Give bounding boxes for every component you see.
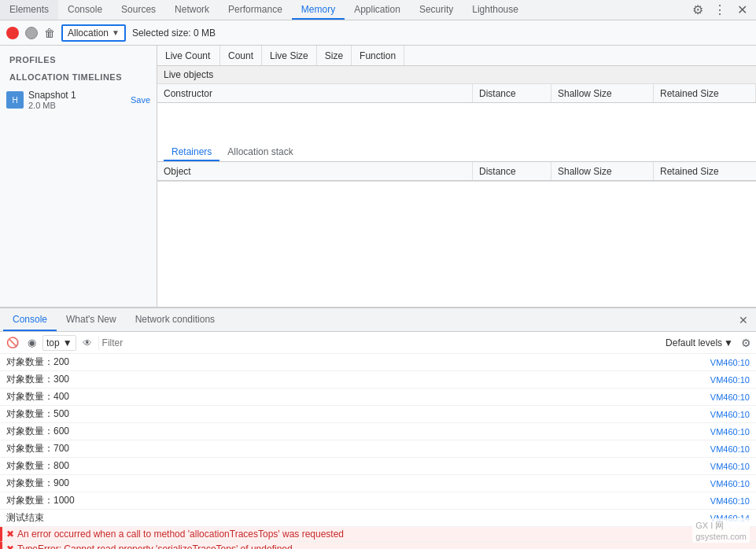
- console-line-source[interactable]: VM460:10: [710, 462, 750, 471]
- size-header: Size: [317, 46, 352, 65]
- levels-label: Default levels: [666, 337, 722, 348]
- live-count-bar: Live Count Count Live Size Size Function: [157, 46, 756, 66]
- devtools-icon-buttons: ⚙ ⋮ ✕: [684, 1, 756, 20]
- sidebar-section: ALLOCATION TIMELINES: [0, 68, 157, 87]
- console-line-text: 对象数量：700: [6, 442, 710, 455]
- lower-retained-column-header: Retained Size: [654, 162, 756, 180]
- upper-table-header: Constructor Distance Shallow Size Retain…: [157, 84, 756, 103]
- console-line: 对象数量：600 VM460:10: [0, 423, 756, 440]
- tab-memory[interactable]: Memory: [292, 0, 345, 20]
- clear-console-button[interactable]: 🚫: [5, 335, 20, 351]
- live-size-header: Live Size: [262, 46, 317, 65]
- snapshot-icon-letter: H: [12, 96, 17, 105]
- console-line: 对象数量：800 VM460:10: [0, 458, 756, 475]
- console-filter-input[interactable]: [98, 336, 658, 350]
- console-toolbar: 🚫 ◉ top ▼ 👁 Default levels ▼ ⚙: [0, 332, 756, 354]
- close-icon[interactable]: ✕: [732, 1, 751, 20]
- allocation-stack-tab[interactable]: Allocation stack: [219, 143, 301, 161]
- sub-tabs: Retainers Allocation stack: [157, 143, 756, 162]
- filter-toggle-button[interactable]: ◉: [24, 335, 39, 351]
- console-line-text: 对象数量：200: [6, 356, 710, 369]
- watermark-text: GX I 网: [695, 520, 747, 532]
- console-line: 对象数量：400 VM460:10: [0, 389, 756, 406]
- console-error-text-1: An error occurred when a call to method …: [17, 529, 750, 540]
- upper-table-body: [157, 103, 756, 143]
- function-header: Function: [352, 46, 404, 65]
- more-icon[interactable]: ⋮: [710, 1, 729, 20]
- console-line: 测试结束 VM460:14: [0, 510, 756, 527]
- snapshot-save-button[interactable]: Save: [131, 95, 150, 105]
- console-line-source[interactable]: VM460:10: [710, 479, 750, 488]
- retainers-tab[interactable]: Retainers: [164, 143, 219, 161]
- lower-table-body: [157, 181, 756, 307]
- distance-column-header: Distance: [473, 84, 551, 102]
- stop-button[interactable]: [25, 27, 38, 39]
- watermark: GX I 网 gsystem.com: [692, 518, 750, 543]
- console-settings-icon[interactable]: ⚙: [741, 337, 751, 349]
- eye-icon[interactable]: 👁: [79, 335, 95, 351]
- main-layout: Profiles ALLOCATION TIMELINES H Snapshot…: [0, 46, 756, 307]
- lower-distance-column-header: Distance: [473, 162, 551, 180]
- console-line-text: 对象数量：400: [6, 390, 710, 403]
- lower-table-header: Object Distance Shallow Size Retained Si…: [157, 162, 756, 181]
- console-error-line-1: ✖ An error occurred when a call to metho…: [0, 527, 756, 542]
- console-panel: Console What's New Network conditions ✕ …: [0, 307, 756, 549]
- tab-lighthouse[interactable]: Lighthouse: [463, 0, 528, 20]
- error-icon-2: ✖: [6, 543, 14, 549]
- console-line-source[interactable]: VM460:10: [710, 375, 750, 385]
- record-button[interactable]: [6, 27, 19, 39]
- shallow-size-column-header: Shallow Size: [551, 84, 654, 102]
- tab-network[interactable]: Network: [165, 0, 219, 20]
- tab-application[interactable]: Application: [345, 0, 410, 20]
- console-line-source[interactable]: VM460:10: [710, 427, 750, 437]
- clear-button[interactable]: 🗑: [44, 27, 55, 39]
- console-line: 对象数量：300 VM460:10: [0, 371, 756, 389]
- content-area: Live Count Count Live Size Size Function…: [157, 46, 756, 307]
- lower-shallow-column-header: Shallow Size: [551, 162, 654, 180]
- console-tab-network-conditions[interactable]: Network conditions: [126, 308, 224, 331]
- live-objects-label: Live objects: [157, 66, 756, 84]
- tab-console[interactable]: Console: [58, 0, 112, 20]
- console-line-text: 对象数量：600: [6, 425, 710, 438]
- console-line: 对象数量：1000 VM460:10: [0, 492, 756, 510]
- memory-toolbar: 🗑 Allocation ▼ Selected size: 0 MB: [0, 20, 756, 46]
- console-tabs-bar: Console What's New Network conditions ✕: [0, 308, 756, 332]
- tab-sources[interactable]: Sources: [112, 0, 165, 20]
- snapshot-name: Snapshot 1: [28, 90, 126, 101]
- tab-performance[interactable]: Performance: [219, 0, 292, 20]
- retained-size-column-header: Retained Size: [654, 84, 756, 102]
- console-line-text: 对象数量：900: [6, 477, 710, 490]
- console-line: 对象数量：700 VM460:10: [0, 440, 756, 458]
- tab-elements[interactable]: Elements: [0, 0, 58, 20]
- console-line-text: 测试结束: [6, 511, 710, 525]
- console-line-source[interactable]: VM460:10: [710, 392, 750, 402]
- sidebar: Profiles ALLOCATION TIMELINES H Snapshot…: [0, 46, 157, 307]
- main-tabs: Elements Console Sources Network Perform…: [0, 0, 684, 20]
- profile-type-dropdown[interactable]: Allocation ▼: [61, 24, 126, 42]
- live-count-header: Live Count: [157, 46, 220, 65]
- console-line-source[interactable]: VM460:10: [710, 358, 750, 367]
- console-line-source[interactable]: VM460:10: [710, 410, 750, 419]
- console-error-text-2: TypeError: Cannot read property 'seriali…: [17, 543, 750, 549]
- devtools-topbar: Elements Console Sources Network Perform…: [0, 0, 756, 20]
- context-chevron-icon: ▼: [63, 337, 72, 348]
- snapshot-item[interactable]: H Snapshot 1 2.0 MB Save: [0, 87, 157, 113]
- settings-icon[interactable]: ⚙: [688, 1, 707, 20]
- chevron-down-icon: ▼: [112, 28, 120, 37]
- tab-security[interactable]: Security: [410, 0, 463, 20]
- levels-chevron-icon: ▼: [724, 337, 733, 348]
- context-selector[interactable]: top ▼: [42, 335, 76, 351]
- log-levels-button[interactable]: Default levels ▼: [661, 336, 738, 350]
- console-error-line-2: ✖ TypeError: Cannot read property 'seria…: [0, 542, 756, 549]
- console-line-source[interactable]: VM460:10: [710, 496, 750, 506]
- object-column-header: Object: [157, 162, 473, 180]
- error-icon-1: ✖: [6, 529, 14, 540]
- console-line-source[interactable]: VM460:10: [710, 444, 750, 454]
- console-tab-console[interactable]: Console: [3, 308, 57, 331]
- console-close-icon[interactable]: ✕: [734, 311, 753, 330]
- console-line-text: 对象数量：1000: [6, 494, 710, 507]
- snapshot-info: Snapshot 1 2.0 MB: [28, 90, 126, 110]
- count-header: Count: [220, 46, 262, 65]
- snapshot-size: 2.0 MB: [28, 101, 126, 110]
- console-tab-whatsnew[interactable]: What's New: [57, 308, 126, 331]
